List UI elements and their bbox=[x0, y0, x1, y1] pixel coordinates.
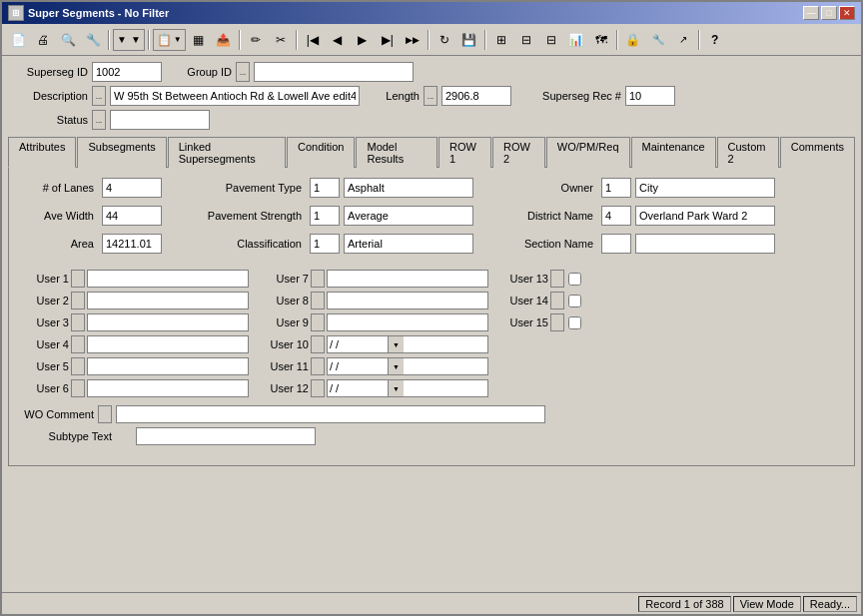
toolbar-more2[interactable]: ↗ bbox=[671, 28, 695, 52]
user13-btn[interactable] bbox=[550, 270, 564, 288]
tab-linked[interactable]: Linked Supersegments bbox=[168, 137, 286, 168]
user2-input[interactable] bbox=[87, 292, 249, 309]
user10-date-input[interactable] bbox=[328, 338, 388, 350]
toolbar-new[interactable]: 📄 bbox=[6, 28, 30, 52]
length-input[interactable] bbox=[441, 86, 511, 106]
district-name-code[interactable] bbox=[601, 206, 631, 226]
tab-subsegments[interactable]: Subsegments bbox=[77, 137, 166, 168]
toolbar-grid1[interactable]: ⊞ bbox=[489, 28, 513, 52]
user10-btn[interactable] bbox=[311, 335, 325, 353]
pave-type-code[interactable] bbox=[310, 178, 340, 198]
toolbar-save[interactable]: 💾 bbox=[457, 28, 481, 52]
owner-value[interactable] bbox=[635, 178, 775, 198]
classification-code[interactable] bbox=[310, 234, 340, 254]
tab-row1[interactable]: ROW 1 bbox=[438, 137, 491, 168]
user1-input[interactable] bbox=[87, 270, 249, 288]
user4-btn[interactable] bbox=[71, 335, 85, 353]
tab-attributes[interactable]: Attributes bbox=[8, 137, 76, 168]
group-id-btn[interactable]: ... bbox=[236, 62, 250, 82]
user14-btn[interactable] bbox=[550, 292, 564, 309]
pave-strength-code[interactable] bbox=[310, 206, 340, 226]
ave-width-input[interactable] bbox=[102, 206, 162, 226]
user13-checkbox[interactable] bbox=[568, 273, 581, 286]
user11-btn[interactable] bbox=[311, 357, 325, 375]
user1-btn[interactable] bbox=[71, 270, 85, 288]
user12-date-input[interactable] bbox=[328, 382, 388, 394]
wo-comment-input[interactable] bbox=[116, 405, 545, 423]
classification-value[interactable] bbox=[344, 234, 473, 254]
user8-btn[interactable] bbox=[311, 292, 325, 309]
district-name-value[interactable] bbox=[635, 206, 775, 226]
toolbar-nav-more[interactable]: ▶▶ bbox=[401, 28, 425, 52]
user9-btn[interactable] bbox=[311, 313, 325, 331]
tab-condition[interactable]: Condition bbox=[287, 137, 355, 168]
toolbar-more1[interactable]: 🔧 bbox=[646, 28, 670, 52]
toolbar-cut[interactable]: ✂ bbox=[269, 28, 293, 52]
maximize-button[interactable]: □ bbox=[821, 6, 837, 20]
section-name-code[interactable] bbox=[601, 234, 631, 254]
minimize-button[interactable]: — bbox=[803, 6, 819, 20]
superseg-id-input[interactable] bbox=[92, 62, 162, 82]
tab-model[interactable]: Model Results bbox=[356, 137, 437, 168]
user6-input[interactable] bbox=[87, 379, 249, 397]
user10-date-arrow[interactable]: ▼ bbox=[388, 336, 404, 352]
user6-btn[interactable] bbox=[71, 379, 85, 397]
user3-btn[interactable] bbox=[71, 313, 85, 331]
user8-input[interactable] bbox=[327, 292, 488, 309]
toolbar-map[interactable]: 🗺 bbox=[589, 28, 613, 52]
toolbar-tools[interactable]: 🔧 bbox=[81, 28, 105, 52]
status-input[interactable] bbox=[110, 110, 210, 130]
user9-input[interactable] bbox=[327, 313, 488, 331]
user7-btn[interactable] bbox=[311, 270, 325, 288]
wo-comment-btn[interactable] bbox=[98, 405, 112, 423]
user2-btn[interactable] bbox=[71, 292, 85, 309]
toolbar-nav-first[interactable]: |◀ bbox=[301, 28, 325, 52]
tab-custom2[interactable]: Custom 2 bbox=[717, 137, 779, 168]
tab-row2[interactable]: ROW 2 bbox=[492, 137, 545, 168]
close-button[interactable]: ✕ bbox=[839, 6, 855, 20]
tab-wo[interactable]: WO/PM/Req bbox=[546, 137, 630, 168]
tab-maintenance[interactable]: Maintenance bbox=[631, 137, 716, 168]
lanes-input[interactable] bbox=[102, 178, 162, 198]
description-input[interactable] bbox=[110, 86, 360, 106]
toolbar-nav-last[interactable]: ▶| bbox=[376, 28, 400, 52]
toolbar-search[interactable]: 🔍 bbox=[56, 28, 80, 52]
toolbar-refresh[interactable]: ↻ bbox=[432, 28, 456, 52]
toolbar-edit[interactable]: ✏ bbox=[244, 28, 268, 52]
user15-checkbox[interactable] bbox=[568, 316, 581, 329]
status-btn[interactable]: ... bbox=[92, 110, 106, 130]
toolbar-grid2[interactable]: ⊟ bbox=[514, 28, 538, 52]
user12-date-arrow[interactable]: ▼ bbox=[388, 380, 404, 396]
toolbar-columns[interactable]: ▦ bbox=[187, 28, 211, 52]
pave-type-value[interactable] bbox=[344, 178, 473, 198]
pave-strength-value[interactable] bbox=[344, 206, 473, 226]
toolbar-print[interactable]: 🖨 bbox=[31, 28, 55, 52]
user15-btn[interactable] bbox=[550, 313, 564, 331]
user5-btn[interactable] bbox=[71, 357, 85, 375]
subtype-text-input[interactable] bbox=[136, 427, 316, 445]
length-btn[interactable]: ... bbox=[424, 86, 437, 106]
view-dropdown[interactable]: 📋▼ bbox=[153, 29, 186, 51]
user3-input[interactable] bbox=[87, 313, 249, 331]
toolbar-chart[interactable]: 📊 bbox=[564, 28, 588, 52]
tab-comments[interactable]: Comments bbox=[780, 137, 855, 168]
toolbar-nav-prev[interactable]: ◀ bbox=[326, 28, 350, 52]
user5-input[interactable] bbox=[87, 357, 249, 375]
group-id-input[interactable] bbox=[254, 62, 414, 82]
owner-code[interactable] bbox=[601, 178, 631, 198]
toolbar-nav-next[interactable]: ▶ bbox=[351, 28, 375, 52]
user11-date-input[interactable] bbox=[328, 360, 388, 372]
description-btn[interactable]: ... bbox=[92, 86, 106, 106]
section-name-value[interactable] bbox=[635, 234, 775, 254]
user14-checkbox[interactable] bbox=[568, 295, 581, 308]
toolbar-help[interactable]: ? bbox=[703, 28, 727, 52]
user4-input[interactable] bbox=[87, 335, 249, 353]
superseg-rec-input[interactable] bbox=[625, 86, 675, 106]
user11-date-arrow[interactable]: ▼ bbox=[388, 358, 404, 374]
toolbar-export[interactable]: 📤 bbox=[212, 28, 236, 52]
user12-btn[interactable] bbox=[311, 379, 325, 397]
area-input[interactable] bbox=[102, 234, 162, 254]
user7-input[interactable] bbox=[327, 270, 488, 288]
filter-dropdown[interactable]: ▼▼ bbox=[113, 29, 145, 51]
toolbar-lock[interactable]: 🔒 bbox=[621, 28, 645, 52]
